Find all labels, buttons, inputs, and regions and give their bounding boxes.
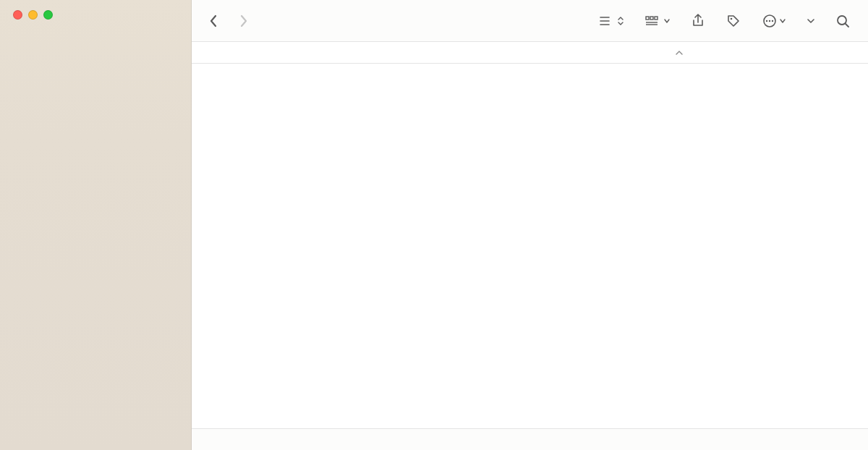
sidebar-section-locations: [0, 33, 191, 40]
path-bar: [192, 428, 868, 450]
svg-point-12: [772, 20, 773, 21]
maximize-window-button[interactable]: [43, 10, 53, 20]
share-button[interactable]: [692, 14, 705, 28]
svg-line-14: [846, 24, 848, 27]
back-button[interactable]: [206, 12, 221, 30]
dropdown-button[interactable]: [807, 17, 814, 25]
close-window-button[interactable]: [13, 10, 22, 20]
column-headers: [192, 42, 868, 64]
svg-rect-3: [646, 17, 649, 20]
main-content: [192, 0, 868, 450]
forward-button[interactable]: [237, 12, 251, 30]
file-list[interactable]: [192, 64, 868, 428]
sidebar-section-favorites: [0, 50, 191, 57]
svg-point-11: [769, 20, 770, 21]
column-name[interactable]: [192, 47, 694, 58]
svg-rect-5: [655, 17, 658, 20]
window-controls: [0, 10, 191, 20]
sidebar: [0, 0, 192, 450]
search-button[interactable]: [836, 14, 849, 27]
toolbar: [192, 0, 868, 42]
svg-point-10: [766, 20, 767, 21]
tags-button[interactable]: [726, 14, 741, 28]
svg-point-13: [838, 16, 846, 25]
svg-point-8: [731, 17, 733, 20]
svg-rect-4: [650, 17, 653, 20]
minimize-window-button[interactable]: [28, 10, 38, 20]
sidebar-section-icloud: [0, 67, 191, 75]
group-by-button[interactable]: [645, 15, 670, 27]
sort-indicator-icon: [676, 47, 683, 58]
action-menu-button[interactable]: [762, 14, 786, 28]
view-list-button[interactable]: [599, 15, 624, 27]
